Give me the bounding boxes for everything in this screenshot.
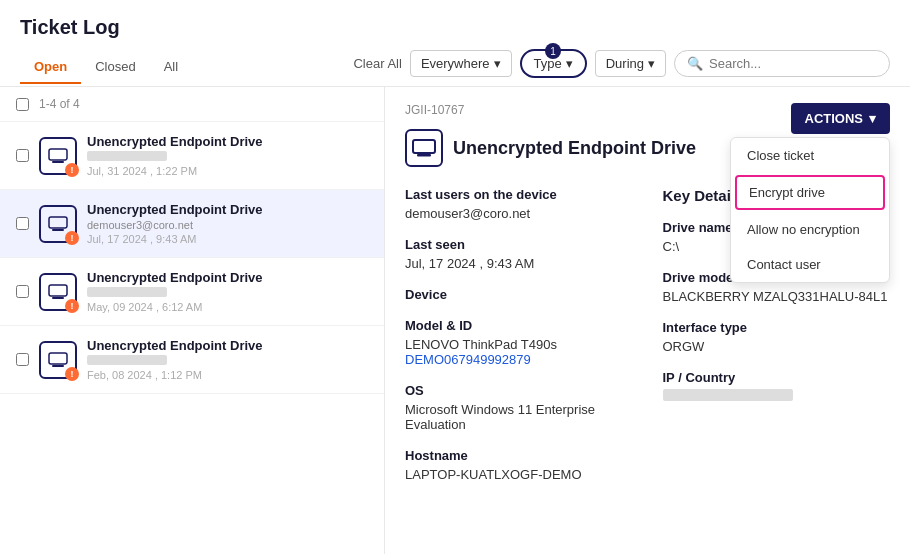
app-container: Ticket Log Open Closed All Clear All Eve… <box>0 0 910 554</box>
header: Ticket Log Open Closed All Clear All Eve… <box>0 0 910 87</box>
interface-type-section: Interface type ORGW <box>663 320 891 354</box>
during-filter[interactable]: During ▾ <box>595 50 666 77</box>
everywhere-filter[interactable]: Everywhere ▾ <box>410 50 512 77</box>
header-tabs: Open Closed All <box>20 51 192 84</box>
list-item[interactable]: ! Unencrypted Endpoint Drive May, 09 202… <box>0 258 384 326</box>
select-all-checkbox[interactable] <box>16 98 29 111</box>
ticket-icon: ! <box>39 137 77 175</box>
ticket-checkbox[interactable] <box>16 353 29 366</box>
interface-type-value: ORGW <box>663 339 891 354</box>
alert-badge: ! <box>65 163 79 177</box>
ticket-sub <box>87 355 368 367</box>
list-item[interactable]: ! Unencrypted Endpoint Drive demouser3@c… <box>0 190 384 258</box>
type-filter[interactable]: 1 Type ▾ <box>520 49 587 78</box>
last-seen-label: Last seen <box>405 237 633 252</box>
ip-country-label: IP / Country <box>663 370 891 385</box>
tab-closed[interactable]: Closed <box>81 51 149 84</box>
ticket-title: Unencrypted Endpoint Drive <box>87 338 368 353</box>
last-users-section: Last users on the device demouser3@coro.… <box>405 187 633 221</box>
ticket-icon: ! <box>39 205 77 243</box>
device-section: Device <box>405 287 633 302</box>
ticket-title: Unencrypted Endpoint Drive <box>87 202 368 217</box>
svg-rect-7 <box>52 365 64 367</box>
last-users-label: Last users on the device <box>405 187 633 202</box>
chevron-down-icon: ▾ <box>869 111 876 126</box>
ticket-detail: JGII-10767 Unencrypted Endpoint Drive AC… <box>385 87 910 554</box>
ticket-icon: ! <box>39 273 77 311</box>
clear-all-button[interactable]: Clear All <box>353 56 401 71</box>
drive-model-value: BLACKBERRY MZALQ331HALU-84L1 <box>663 289 891 304</box>
alert-badge: ! <box>65 231 79 245</box>
last-seen-value: Jul, 17 2024 , 9:43 AM <box>405 256 633 271</box>
ip-country-value <box>663 389 891 404</box>
ticket-sub: demouser3@coro.net <box>87 219 368 231</box>
list-header: 1-4 of 4 <box>0 87 384 122</box>
svg-rect-8 <box>413 140 435 153</box>
chevron-down-icon: ▾ <box>494 56 501 71</box>
last-seen-section: Last seen Jul, 17 2024 , 9:43 AM <box>405 237 633 271</box>
chevron-down-icon: ▾ <box>648 56 655 71</box>
encrypt-drive-menu-item[interactable]: Encrypt drive <box>735 175 885 210</box>
list-item[interactable]: ! Unencrypted Endpoint Drive Feb, 08 202… <box>0 326 384 394</box>
ticket-checkbox[interactable] <box>16 285 29 298</box>
model-id-section: Model & ID LENOVO ThinkPad T490s DEMO067… <box>405 318 633 367</box>
svg-rect-3 <box>52 229 64 231</box>
ticket-date: Jul, 17 2024 , 9:43 AM <box>87 233 368 245</box>
allow-no-encryption-menu-item[interactable]: Allow no encryption <box>731 212 889 247</box>
svg-rect-1 <box>52 161 64 163</box>
list-count: 1-4 of 4 <box>39 97 80 111</box>
detail-col-left: Last users on the device demouser3@coro.… <box>405 187 633 498</box>
model-id-link[interactable]: DEMO067949992879 <box>405 352 633 367</box>
ticket-checkbox[interactable] <box>16 149 29 162</box>
alert-badge: ! <box>65 367 79 381</box>
interface-type-label: Interface type <box>663 320 891 335</box>
ticket-info: Unencrypted Endpoint Drive Jul, 31 2024 … <box>87 134 368 177</box>
main-content: 1-4 of 4 ! Unencrypted Endpoint Drive Ju… <box>0 87 910 554</box>
svg-rect-0 <box>49 149 67 160</box>
actions-button[interactable]: ACTIONS ▾ <box>791 103 891 134</box>
ticket-title: Unencrypted Endpoint Drive <box>87 134 368 149</box>
ticket-date: Jul, 31 2024 , 1:22 PM <box>87 165 368 177</box>
tabs-and-filters: Open Closed All Clear All Everywhere ▾ 1… <box>20 49 890 86</box>
ticket-date: May, 09 2024 , 6:12 AM <box>87 301 368 313</box>
ticket-sub <box>87 151 368 163</box>
type-filter-badge: 1 <box>545 43 561 59</box>
hostname-value: LAPTOP-KUATLXOGF-DEMO <box>405 467 633 482</box>
device-label: Device <box>405 287 633 302</box>
tab-all[interactable]: All <box>150 51 192 84</box>
ticket-title: Unencrypted Endpoint Drive <box>87 270 368 285</box>
tab-open[interactable]: Open <box>20 51 81 84</box>
hostname-section: Hostname LAPTOP-KUATLXOGF-DEMO <box>405 448 633 482</box>
detail-icon <box>405 129 443 167</box>
list-item[interactable]: ! Unencrypted Endpoint Drive Jul, 31 202… <box>0 122 384 190</box>
contact-user-menu-item[interactable]: Contact user <box>731 247 889 282</box>
actions-dropdown-menu: Close ticket Encrypt drive Allow no encr… <box>730 137 890 283</box>
ticket-icon: ! <box>39 341 77 379</box>
svg-rect-5 <box>52 297 64 299</box>
last-users-value: demouser3@coro.net <box>405 206 633 221</box>
os-label: OS <box>405 383 633 398</box>
ticket-info: Unencrypted Endpoint Drive May, 09 2024 … <box>87 270 368 313</box>
chevron-down-icon: ▾ <box>566 56 573 71</box>
hostname-label: Hostname <box>405 448 633 463</box>
ticket-date: Feb, 08 2024 , 1:12 PM <box>87 369 368 381</box>
ip-country-section: IP / Country <box>663 370 891 404</box>
ticket-sub <box>87 287 368 299</box>
ticket-info: Unencrypted Endpoint Drive demouser3@cor… <box>87 202 368 245</box>
svg-rect-2 <box>49 217 67 228</box>
detail-title: Unencrypted Endpoint Drive <box>453 138 696 159</box>
model-id-label: Model & ID <box>405 318 633 333</box>
search-input[interactable] <box>709 56 877 71</box>
page-title: Ticket Log <box>20 16 890 39</box>
svg-rect-4 <box>49 285 67 296</box>
svg-rect-9 <box>417 154 431 157</box>
model-id-value: LENOVO ThinkPad T490s <box>405 337 633 352</box>
header-filters: Clear All Everywhere ▾ 1 Type ▾ During ▾… <box>353 49 890 86</box>
search-box: 🔍 <box>674 50 890 77</box>
search-icon: 🔍 <box>687 56 703 71</box>
svg-rect-6 <box>49 353 67 364</box>
close-ticket-menu-item[interactable]: Close ticket <box>731 138 889 173</box>
ticket-checkbox[interactable] <box>16 217 29 230</box>
os-value: Microsoft Windows 11 Enterprise Evaluati… <box>405 402 633 432</box>
os-section: OS Microsoft Windows 11 Enterprise Evalu… <box>405 383 633 432</box>
